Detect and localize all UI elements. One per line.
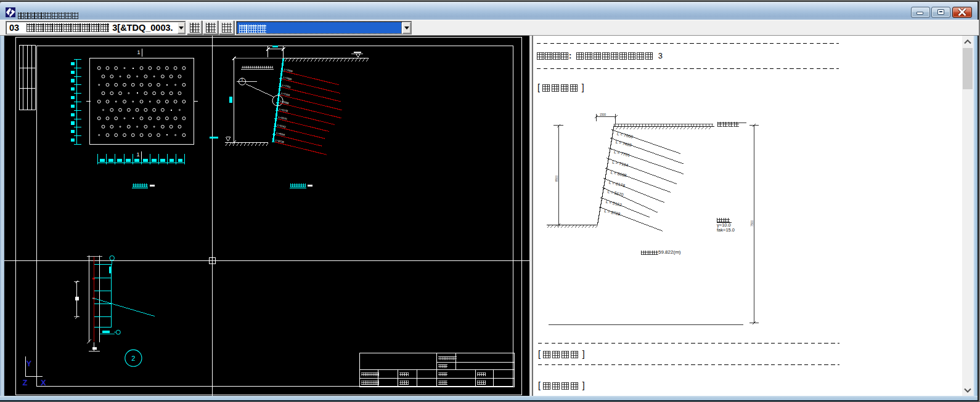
- svg-text:L = 7194: L = 7194: [612, 159, 629, 167]
- svg-text:L = 7701: L = 7701: [613, 150, 631, 158]
- svg-text:X: X: [41, 378, 46, 387]
- svg-text:Z: Z: [23, 378, 28, 387]
- svg-text:7500: 7500: [751, 220, 754, 227]
- svg-text:1: 1: [241, 78, 243, 81]
- svg-text:8500: 8500: [555, 175, 558, 182]
- svg-text:L = 7489: L = 7489: [615, 140, 632, 148]
- svg-text:L = 5670: L = 5670: [607, 189, 624, 197]
- svg-text:1: 1: [137, 151, 140, 158]
- svg-text:2: 2: [131, 355, 135, 362]
- svg-text:1500: 1500: [600, 113, 606, 116]
- svg-text:L = 8728: L = 8728: [604, 209, 621, 217]
- svg-text:L = 6688: L = 6688: [610, 170, 627, 178]
- svg-text:L = 6178: L = 6178: [608, 180, 626, 188]
- svg-text:L = 5162: L = 5162: [605, 199, 623, 207]
- svg-text:L = 7009: L = 7009: [616, 131, 634, 139]
- svg-text:Y: Y: [27, 359, 32, 368]
- svg-text:1: 1: [137, 49, 141, 55]
